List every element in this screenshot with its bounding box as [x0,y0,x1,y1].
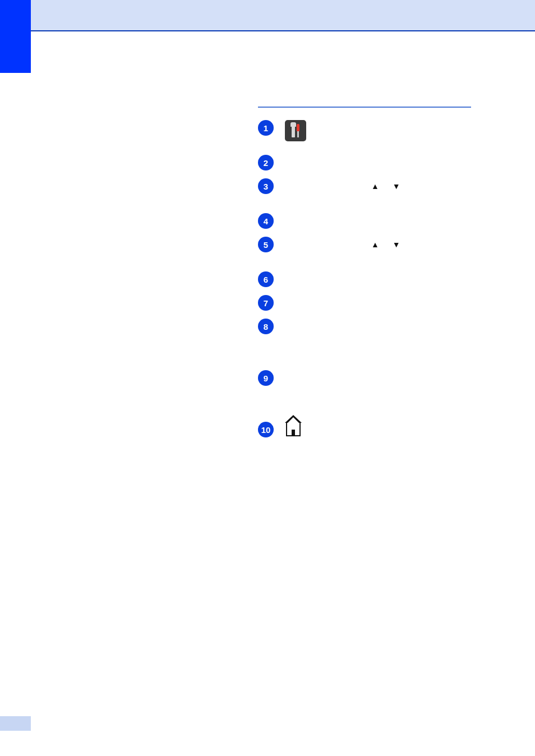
step-body [285,213,471,229]
step-4: 4 [258,213,471,230]
step-10: 10 [258,422,471,439]
step-badge: 7 [258,295,274,311]
step-9: 9 [258,370,471,415]
up-down-arrows-icon: ▲ ▼ [371,182,406,191]
wrench-icon [292,124,295,137]
step-badge: 2 [258,155,274,170]
screwdriver-icon [297,124,299,137]
step-6: 6 [258,271,471,288]
step-5: 5 ▲ ▼ [258,237,471,265]
step-body [285,120,471,141]
step-badge: 5 [258,237,274,252]
step-2: 2 [258,155,471,172]
page: 1 2 3 ▲ ▼ 4 5 [0,0,535,756]
step-1: 1 [258,120,471,148]
step-body [285,319,471,334]
step-body [285,295,471,311]
tools-icon [285,120,306,141]
step-body [285,370,471,386]
step-body [285,271,471,287]
header-rule [31,30,535,31]
home-icon [286,423,301,436]
chapter-tab [0,0,31,73]
section-rule [258,107,471,108]
header-band [31,0,535,30]
content-column: 1 2 3 ▲ ▼ 4 5 [258,107,471,445]
step-badge: 10 [258,422,274,437]
step-body: ▲ ▼ [285,237,471,252]
step-3: 3 ▲ ▼ [258,178,471,206]
step-7: 7 [258,295,471,312]
step-body [285,422,471,437]
home-door-icon [292,430,295,435]
step-badge: 8 [258,319,274,334]
step-badge: 3 [258,178,274,194]
step-badge: 6 [258,271,274,287]
step-8: 8 [258,319,471,363]
step-badge: 9 [258,370,274,386]
step-badge: 4 [258,213,274,229]
page-number [0,716,31,731]
step-badge: 1 [258,120,274,136]
step-body [285,155,471,170]
up-down-arrows-icon: ▲ ▼ [371,240,406,249]
step-body: ▲ ▼ [285,178,471,194]
